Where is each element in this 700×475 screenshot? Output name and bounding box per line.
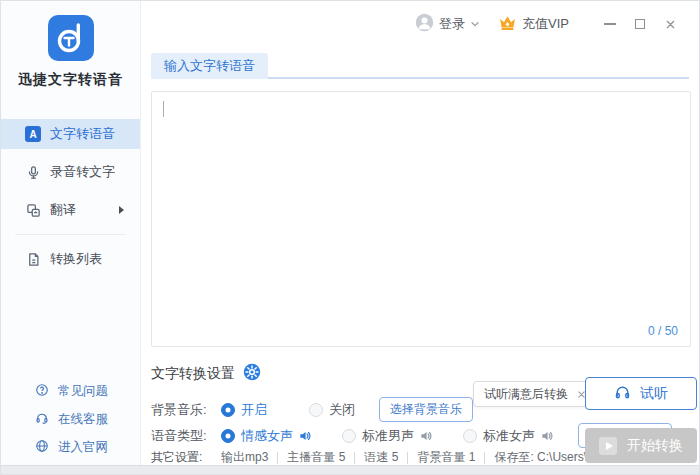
bgm-label: 背景音乐: xyxy=(151,401,221,419)
sidebar-item-text-to-speech[interactable]: A 文字转语音 xyxy=(1,119,140,149)
bgm-off-radio[interactable] xyxy=(309,403,323,417)
text-input-area[interactable]: 0 / 50 xyxy=(151,91,691,347)
footer-item-label: 常见问题 xyxy=(58,383,108,400)
document-list-icon xyxy=(25,251,41,267)
sidebar-item-conversion-list[interactable]: 转换列表 xyxy=(1,244,140,274)
sidebar-divider xyxy=(15,234,126,235)
crown-icon xyxy=(498,14,517,35)
voice-option-label[interactable]: 标准女声 xyxy=(483,427,535,445)
minimize-button[interactable] xyxy=(595,10,625,38)
login-label: 登录 xyxy=(439,15,465,33)
text-cursor xyxy=(163,101,164,117)
bgm-on-radio[interactable] xyxy=(221,403,235,417)
speaker-icon[interactable] xyxy=(298,429,312,443)
sidebar-item-label: 转换列表 xyxy=(50,250,102,268)
close-icon xyxy=(665,19,676,30)
app-window: 迅捷文字转语音 A 文字转语音 录音转文字 xyxy=(0,0,700,475)
vip-label: 充值VIP xyxy=(522,15,569,33)
sidebar-footer: 常见问题 在线客服 进入官网 xyxy=(1,377,140,461)
char-counter: 0 / 50 xyxy=(648,324,678,338)
voice-option-label[interactable]: 情感女声 xyxy=(241,427,293,445)
play-icon xyxy=(599,437,617,455)
anchor-volume-value[interactable]: 主播音量 5 xyxy=(287,449,345,466)
bgm-row: 背景音乐: 开启 关闭 选择背景音乐 xyxy=(151,397,473,422)
close-button[interactable] xyxy=(655,10,685,38)
window-bottom-edge xyxy=(1,465,699,474)
avatar-icon xyxy=(415,13,434,36)
tab-strip: 输入文字转语音 xyxy=(151,53,689,79)
maximize-icon xyxy=(635,19,645,29)
login-control[interactable]: 登录 xyxy=(415,13,480,36)
listen-tooltip: 试听满意后转换 xyxy=(473,381,597,407)
speech-speed-value[interactable]: 语速 5 xyxy=(364,449,398,466)
output-format-value[interactable]: 输出mp3 xyxy=(221,449,268,466)
headphones-icon xyxy=(614,384,631,404)
maximize-button[interactable] xyxy=(625,10,655,38)
titlebar: 登录 充值VIP xyxy=(142,1,699,47)
app-title: 迅捷文字转语音 xyxy=(1,71,140,89)
text-to-speech-icon: A xyxy=(25,126,41,142)
sidebar-item-speech-to-text[interactable]: 录音转文字 xyxy=(1,157,140,187)
sidebar-item-faq[interactable]: 常见问题 xyxy=(1,377,140,405)
sidebar-item-translate[interactable]: 翻译 xyxy=(1,195,140,225)
voice-standard-male-radio[interactable] xyxy=(342,429,356,443)
tab-label: 输入文字转语音 xyxy=(164,57,255,75)
app-logo-icon xyxy=(48,15,94,61)
divider xyxy=(354,452,355,464)
translate-icon xyxy=(25,202,41,218)
headset-icon xyxy=(35,411,49,428)
voice-standard-female-radio[interactable] xyxy=(463,429,477,443)
sidebar-item-label: 录音转文字 xyxy=(50,163,115,181)
microphone-icon xyxy=(25,164,41,180)
chevron-down-icon xyxy=(470,15,480,33)
other-settings-label: 其它设置: xyxy=(151,449,221,466)
divider xyxy=(277,452,278,464)
tab-text-input[interactable]: 输入文字转语音 xyxy=(151,53,268,79)
voice-option-label[interactable]: 标准男声 xyxy=(362,427,414,445)
footer-item-label: 进入官网 xyxy=(58,439,108,456)
footer-item-label: 在线客服 xyxy=(58,411,108,428)
vip-control[interactable]: 充值VIP xyxy=(498,14,569,35)
globe-icon xyxy=(35,439,49,456)
voice-label: 语音类型: xyxy=(151,427,221,445)
sidebar: 迅捷文字转语音 A 文字转语音 录音转文字 xyxy=(1,1,141,474)
sidebar-item-label: 文字转语音 xyxy=(50,125,115,143)
question-circle-icon xyxy=(35,383,49,400)
submenu-caret-icon xyxy=(119,206,124,214)
bgm-volume-value[interactable]: 背景音量 1 xyxy=(417,449,475,466)
sidebar-nav: A 文字转语音 录音转文字 翻译 xyxy=(1,119,140,274)
gear-icon[interactable] xyxy=(243,363,261,384)
start-convert-button[interactable]: 开始转换 xyxy=(585,428,697,463)
listen-button-label: 试听 xyxy=(640,385,668,403)
choose-bgm-button[interactable]: 选择背景音乐 xyxy=(379,397,473,422)
settings-header: 文字转换设置 xyxy=(151,363,261,384)
sidebar-item-label: 翻译 xyxy=(50,201,76,219)
bgm-off-label[interactable]: 关闭 xyxy=(329,401,355,419)
settings-title: 文字转换设置 xyxy=(151,365,235,383)
convert-button-label: 开始转换 xyxy=(627,437,683,455)
divider xyxy=(484,452,485,464)
logo-block: 迅捷文字转语音 xyxy=(1,15,140,89)
speaker-icon[interactable] xyxy=(419,429,433,443)
speaker-icon[interactable] xyxy=(540,429,554,443)
divider xyxy=(407,452,408,464)
listen-button[interactable]: 试听 xyxy=(585,377,697,410)
tooltip-text: 试听满意后转换 xyxy=(484,386,568,403)
bgm-on-label[interactable]: 开启 xyxy=(241,401,267,419)
minimize-icon xyxy=(604,23,616,25)
window-controls xyxy=(595,10,685,38)
sidebar-item-website[interactable]: 进入官网 xyxy=(1,433,140,461)
sidebar-item-support[interactable]: 在线客服 xyxy=(1,405,140,433)
voice-emotional-female-radio[interactable] xyxy=(221,429,235,443)
